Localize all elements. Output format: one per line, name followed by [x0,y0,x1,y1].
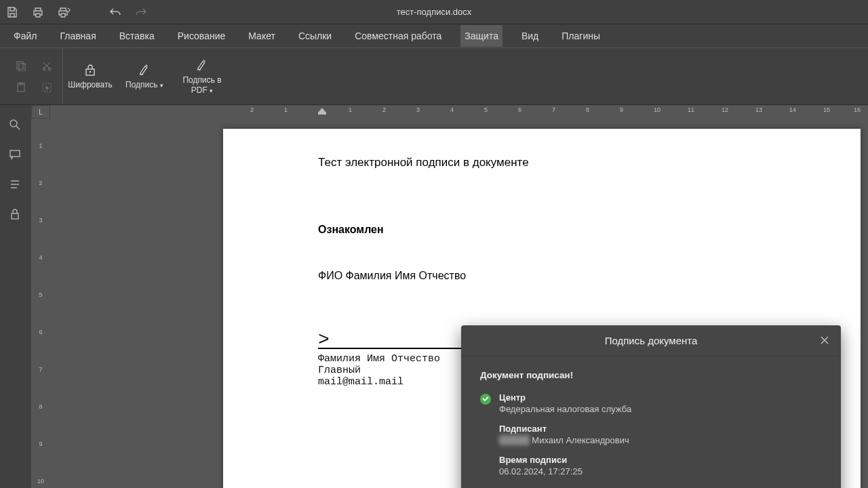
encrypt-label: Шифровать [68,80,112,89]
time-value: 06.02.2024, 17:27:25 [499,466,822,476]
headings-icon[interactable] [9,178,22,192]
signer-label: Подписант [499,424,822,434]
svg-rect-1 [19,64,25,71]
svg-rect-11 [12,214,18,219]
menu-insert[interactable]: Вставка [115,25,159,47]
info-time: Время подписи 06.02.2024, 17:27:25 [480,455,822,476]
menu-home[interactable]: Главная [56,25,100,47]
menu-layout[interactable]: Макет [244,25,279,47]
menu-protect[interactable]: Защита [460,25,502,47]
comments-icon[interactable] [9,148,22,162]
select-icon[interactable] [39,80,54,95]
info-center: Центр Федеральная налоговая служба [480,392,822,414]
doc-title-text: Тест электронной подписи в документе [318,156,766,169]
ruler-corner: L [31,105,50,119]
close-icon[interactable] [819,335,831,347]
titlebar: тест-подписи.docx [0,0,868,24]
indent-marker-icon[interactable] [318,108,326,117]
menubar: Файл Главная Вставка Рисование Макет Ссы… [0,24,868,47]
dialog-header: Подпись документа [461,325,841,357]
encrypt-button[interactable]: Шифровать [63,48,117,104]
print-icon[interactable] [31,5,45,19]
signer-value: Скрыто Михаил Александрович [499,435,822,445]
copy-icon[interactable] [14,58,28,73]
signature-icon [137,62,152,77]
time-label: Время подписи [499,455,822,465]
menu-plugins[interactable]: Плагины [557,25,604,47]
menu-collaboration[interactable]: Совместная работа [351,25,446,47]
save-icon[interactable] [5,5,19,19]
sign-pdf-label: Подпись в PDF ▾ [182,75,221,95]
document-title: тест-подписи.docx [397,7,472,17]
center-label: Центр [499,392,822,403]
menu-file[interactable]: Файл [9,25,41,47]
vertical-ruler: 1 2 3 4 5 6 7 8 9 10 [31,119,50,488]
signature-dialog: Подпись документа Документ подписан! Цен… [461,325,841,488]
dialog-title: Подпись документа [605,335,698,346]
svg-rect-0 [17,62,23,69]
menu-view[interactable]: Вид [517,25,542,47]
info-signer: Подписант Скрыто Михаил Александрович [480,424,822,445]
svg-point-9 [10,120,17,127]
menu-draw[interactable]: Рисование [174,25,230,47]
ribbon-protect: Шифровать Подпись ▾ Подпись в PDF ▾ [0,47,868,105]
doc-ack: Ознакомлен [318,224,766,236]
sign-pdf-button[interactable]: Подпись в PDF ▾ [172,48,233,104]
lock-icon [83,62,98,77]
menu-references[interactable]: Ссылки [294,25,336,47]
search-icon[interactable] [9,119,22,132]
workspace: L 1 2 3 4 5 6 7 8 9 10 2 1 1 2 3 4 5 6 7… [0,105,868,488]
left-rail [0,105,31,488]
svg-rect-10 [10,150,20,157]
paste-icon[interactable] [14,80,28,95]
svg-point-8 [90,71,91,73]
redo-icon[interactable] [134,5,148,19]
doc-fio-line: ФИО Фамилия Имя Отчество [318,270,766,282]
center-value: Федеральная налоговая служба [499,404,822,414]
signature-pdf-icon [195,58,210,73]
dialog-body: Документ подписан! Центр Федеральная нал… [461,357,841,488]
horizontal-ruler: 2 1 1 2 3 4 5 6 7 8 9 10 11 12 13 14 15 … [50,105,868,119]
cut-icon[interactable] [39,58,54,73]
sign-label: Подпись ▾ [125,80,163,89]
signed-message: Документ подписан! [480,370,822,380]
protection-icon[interactable] [9,208,22,222]
quick-print-icon[interactable] [57,5,71,19]
sign-button[interactable]: Подпись ▾ [117,48,172,104]
undo-icon[interactable] [108,5,122,19]
